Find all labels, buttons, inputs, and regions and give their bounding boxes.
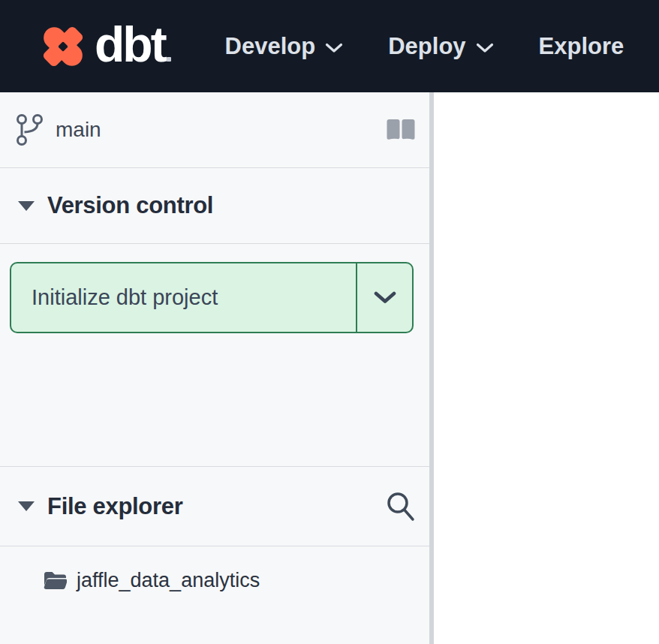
dbt-logo-trademark-dot bbox=[167, 57, 171, 62]
nav-item-develop[interactable]: Develop bbox=[225, 33, 344, 60]
nav-item-develop-label: Develop bbox=[225, 33, 316, 60]
git-branch-icon bbox=[15, 112, 44, 148]
chevron-down-icon bbox=[476, 43, 494, 53]
sidebar: main Version control Initialize dbt proj… bbox=[0, 92, 429, 644]
editor-empty-area bbox=[434, 92, 659, 644]
caret-down-icon bbox=[18, 501, 35, 511]
file-name: jaffle_data_analytics bbox=[77, 569, 260, 592]
file-search-button[interactable] bbox=[385, 491, 415, 522]
folder-open-icon bbox=[43, 570, 67, 591]
initialize-dbt-project-dropdown-button[interactable] bbox=[356, 263, 412, 332]
dbt-logo[interactable]: dbt bbox=[39, 20, 171, 74]
caret-down-icon bbox=[18, 201, 35, 211]
nav-item-deploy[interactable]: Deploy bbox=[388, 33, 493, 60]
file-explorer-section-header[interactable]: File explorer bbox=[0, 467, 429, 546]
initialize-dbt-project-button[interactable]: Initialize dbt project bbox=[11, 263, 356, 332]
dbt-logo-text: dbt bbox=[95, 20, 165, 74]
initialize-dbt-project-split-button: Initialize dbt project bbox=[10, 262, 414, 333]
chevron-down-icon bbox=[325, 43, 343, 53]
book-icon bbox=[387, 119, 415, 141]
branch-name: main bbox=[56, 118, 101, 142]
version-control-section-header[interactable]: Version control bbox=[0, 168, 429, 244]
file-explorer-title: File explorer bbox=[47, 493, 182, 520]
chevron-down-icon bbox=[374, 291, 396, 304]
nav-item-explore-label: Explore bbox=[539, 33, 624, 60]
nav-item-explore[interactable]: Explore bbox=[539, 33, 624, 60]
nav-item-deploy-label: Deploy bbox=[388, 33, 465, 60]
dbt-logo-icon bbox=[39, 23, 87, 71]
app-root: dbt Develop Deploy Explore bbox=[0, 0, 659, 644]
file-tree: jaffle_data_analytics bbox=[0, 546, 429, 644]
docs-button[interactable] bbox=[387, 119, 415, 141]
version-control-body: Initialize dbt project bbox=[0, 244, 429, 467]
top-nav: dbt Develop Deploy Explore bbox=[0, 0, 659, 92]
file-tree-row-project-folder[interactable]: jaffle_data_analytics bbox=[0, 564, 429, 596]
git-branch-row[interactable]: main bbox=[0, 92, 429, 168]
version-control-title: Version control bbox=[47, 192, 213, 219]
top-nav-menu: Develop Deploy Explore bbox=[225, 33, 624, 60]
body-layout: main Version control Initialize dbt proj… bbox=[0, 92, 659, 644]
search-icon bbox=[385, 491, 415, 522]
